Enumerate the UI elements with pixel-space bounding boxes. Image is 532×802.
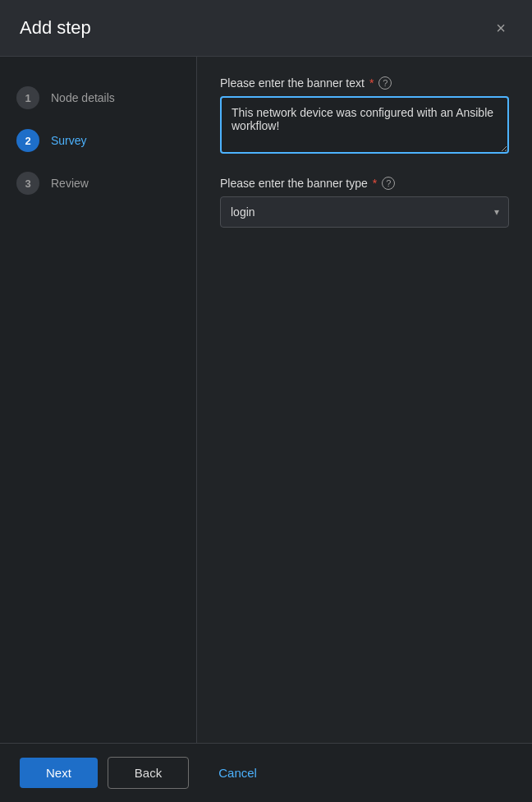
step-label-node-details: Node details [51,91,115,104]
help-icon-type[interactable]: ? [382,177,395,190]
sidebar-item-review[interactable]: 3 Review [0,162,196,205]
add-step-modal: Add step × 1 Node details 2 Survey 3 [0,0,532,802]
banner-text-input[interactable]: This network device was configured with … [220,96,509,154]
step-number-3: 3 [16,172,39,195]
cancel-button[interactable]: Cancel [205,758,270,788]
banner-type-field-group: Please enter the banner type * ? login m… [220,177,509,228]
sidebar-item-node-details[interactable]: 1 Node details [0,76,196,119]
next-button[interactable]: Next [20,758,98,788]
banner-type-label: Please enter the banner type * ? [220,177,509,190]
step-label-review: Review [51,177,89,190]
close-button[interactable]: × [489,16,512,39]
help-icon-text[interactable]: ? [378,76,392,90]
step-number-1: 1 [16,86,39,109]
required-star-text: * [369,76,374,90]
banner-type-select[interactable]: login motd [220,196,509,228]
sidebar-item-survey[interactable]: 2 Survey [0,119,196,162]
step-number-2: 2 [16,129,39,152]
required-star-type: * [373,177,377,190]
modal-title: Add step [20,17,91,39]
modal-body: 1 Node details 2 Survey 3 Review [0,57,532,743]
sidebar: 1 Node details 2 Survey 3 Review [0,57,197,743]
banner-text-label: Please enter the banner text * ? [220,76,509,90]
modal-footer: Next Back Cancel [0,743,532,802]
banner-text-field-group: Please enter the banner text * ? This ne… [220,76,509,157]
back-button[interactable]: Back [108,757,189,789]
content-area: Please enter the banner text * ? This ne… [197,57,532,743]
step-label-survey: Survey [51,134,87,147]
banner-type-select-wrapper: login motd ▾ [220,196,509,228]
modal-header: Add step × [0,0,532,57]
